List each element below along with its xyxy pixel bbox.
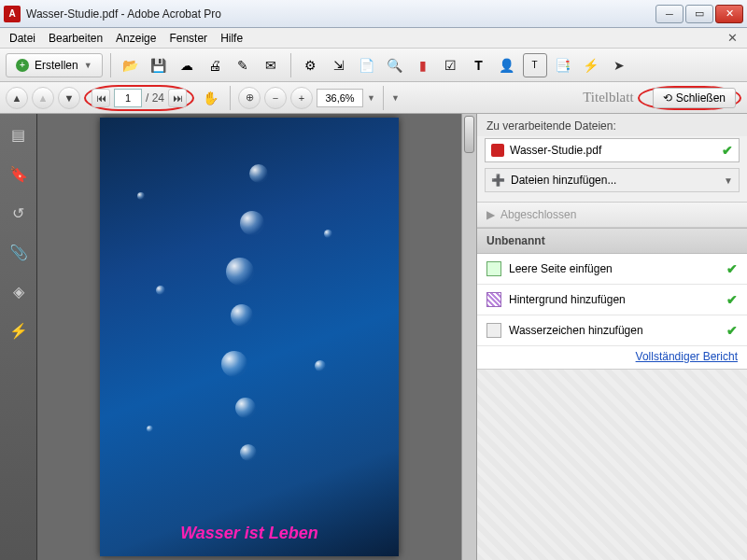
full-report-link[interactable]: Vollständiger Bericht bbox=[477, 346, 747, 370]
file-name: Wasser-Studie.pdf bbox=[510, 144, 601, 157]
tool-extract-icon[interactable]: 📑 bbox=[551, 53, 575, 77]
thumbnails-tab[interactable]: ▤ bbox=[7, 123, 30, 146]
tool-gear-icon[interactable]: ⚙ bbox=[299, 53, 323, 77]
document-viewer[interactable]: Wasser ist Leben bbox=[37, 114, 461, 560]
menu-bearbeiten[interactable]: Bearbeiten bbox=[49, 32, 103, 45]
watermark-icon bbox=[486, 323, 501, 338]
tool-page-icon[interactable]: 📄 bbox=[355, 53, 379, 77]
add-files-icon: ➕ bbox=[491, 174, 505, 187]
save-button[interactable]: 💾 bbox=[147, 53, 171, 77]
cloud-button[interactable]: ☁ bbox=[175, 53, 199, 77]
action-insert-blank-page[interactable]: Leere Seite einfügen ✔ bbox=[477, 254, 747, 285]
add-files-button[interactable]: ➕ Dateien hinzufügen... ▼ bbox=[485, 168, 740, 192]
files-section-label: Zu verarbeitende Dateien: bbox=[477, 114, 747, 136]
plus-icon: + bbox=[16, 59, 29, 72]
hand-tool-button[interactable]: ✋ bbox=[198, 86, 222, 110]
toolbar-separator bbox=[110, 53, 111, 77]
work-area: ▤ 🔖 ↺ 📎 ◈ ⚡ Wasser ist Leben Zu verarbei… bbox=[0, 114, 747, 560]
tool-text-icon[interactable]: T bbox=[467, 53, 491, 77]
blank-page-icon bbox=[486, 261, 501, 276]
signatures-tab[interactable]: ◈ bbox=[7, 280, 30, 302]
toolbar-overflow-icon[interactable]: ▼ bbox=[391, 93, 400, 103]
check-icon: ✔ bbox=[726, 261, 738, 276]
menu-hilfe[interactable]: Hilfe bbox=[220, 32, 243, 45]
open-button[interactable]: 📂 bbox=[119, 53, 143, 77]
window-title: Wasser-Studie.pdf - Adobe Acrobat Pro bbox=[26, 7, 655, 21]
nav-down-button[interactable]: ▼ bbox=[58, 87, 80, 109]
tool-action-icon[interactable]: ⚡ bbox=[579, 53, 603, 77]
menu-datei[interactable]: Datei bbox=[9, 32, 35, 45]
marquee-zoom-button[interactable]: ⊕ bbox=[238, 87, 261, 109]
action-add-watermark[interactable]: Wasserzeichen hinzufügen ✔ bbox=[477, 315, 747, 346]
menu-anzeige[interactable]: Anzeige bbox=[116, 32, 156, 45]
close-button-highlight: ⟲ Schließen bbox=[638, 86, 741, 110]
email-button[interactable]: ✉ bbox=[259, 53, 283, 77]
action-label: Hintergrund hinzufügen bbox=[509, 293, 626, 306]
background-icon bbox=[486, 292, 501, 307]
nav-back-button[interactable]: ▲ bbox=[32, 87, 54, 109]
scrollbar-thumb[interactable] bbox=[464, 116, 474, 153]
menubar-close-icon[interactable]: ✕ bbox=[727, 31, 738, 45]
status-icon: ▶ bbox=[486, 208, 495, 221]
tool-form-icon[interactable]: ☑ bbox=[439, 53, 463, 77]
left-nav-rail: ▤ 🔖 ↺ 📎 ◈ ⚡ bbox=[0, 114, 37, 560]
check-icon: ✔ bbox=[726, 323, 738, 338]
menu-fenster[interactable]: Fenster bbox=[169, 32, 207, 45]
action-label: Leere Seite einfügen bbox=[509, 262, 613, 275]
close-panel-icon: ⟲ bbox=[663, 91, 672, 105]
toolbar-separator bbox=[383, 86, 384, 110]
bookmarks-tab[interactable]: 🔖 bbox=[7, 162, 30, 185]
maximize-button[interactable]: ▭ bbox=[685, 5, 713, 23]
check-icon: ✔ bbox=[722, 143, 733, 158]
print-button[interactable]: 🖨 bbox=[203, 53, 227, 77]
vertical-scrollbar[interactable] bbox=[461, 114, 476, 560]
window-titlebar: A Wasser-Studie.pdf - Adobe Acrobat Pro … bbox=[0, 0, 747, 28]
tool-search-icon[interactable]: 🔍 bbox=[383, 53, 407, 77]
panel-empty-area bbox=[477, 370, 747, 560]
close-panel-button[interactable]: ⟲ Schließen bbox=[653, 88, 736, 108]
action-add-background[interactable]: Hintergrund hinzufügen ✔ bbox=[477, 285, 747, 315]
last-page-button[interactable]: ⏭ bbox=[168, 89, 187, 107]
tool-stamp-icon[interactable]: 👤 bbox=[495, 53, 519, 77]
action-label: Wasserzeichen hinzufügen bbox=[509, 324, 643, 337]
menubar: Datei Bearbeiten Anzeige Fenster Hilfe ✕ bbox=[0, 28, 747, 49]
page-selector-highlight: ⏮ / 24 ⏭ bbox=[84, 85, 194, 111]
window-close-button[interactable]: ✕ bbox=[715, 5, 743, 23]
tool-select-icon[interactable]: ➤ bbox=[607, 53, 631, 77]
section-header: Unbenannt bbox=[477, 228, 747, 254]
dropdown-arrow-icon: ▼ bbox=[724, 175, 733, 186]
page-nav-toolbar: ▲ ▲ ▼ ⏮ / 24 ⏭ ✋ ⊕ − + ▼ ▼ Titelblatt ⟲ … bbox=[0, 82, 747, 114]
status-label: Abgeschlossen bbox=[500, 208, 576, 221]
create-button-label: Erstellen bbox=[35, 59, 78, 72]
tool-textbox-icon[interactable]: T bbox=[523, 53, 547, 77]
tool-color-icon[interactable]: ▮ bbox=[411, 53, 435, 77]
first-page-button[interactable]: ⏮ bbox=[92, 89, 110, 107]
minimize-button[interactable]: ─ bbox=[655, 5, 684, 23]
layers-tab[interactable]: ↺ bbox=[7, 202, 30, 224]
main-toolbar: + Erstellen ▼ 📂 💾 ☁ 🖨 ✎ ✉ ⚙ ⇲ 📄 🔍 ▮ ☑ T … bbox=[0, 49, 747, 82]
add-files-label: Dateien hinzufügen... bbox=[511, 174, 616, 187]
edit-button[interactable]: ✎ bbox=[231, 53, 255, 77]
page-number-input[interactable] bbox=[114, 89, 142, 107]
zoom-out-button[interactable]: − bbox=[264, 87, 287, 109]
zoom-level-input[interactable] bbox=[317, 89, 363, 107]
toolbar-separator bbox=[290, 53, 291, 77]
pdf-page: Wasser ist Leben bbox=[100, 118, 399, 556]
status-row: ▶ Abgeschlossen bbox=[477, 202, 747, 228]
attachments-tab[interactable]: 📎 bbox=[7, 241, 30, 263]
page-total-label: / 24 bbox=[146, 91, 164, 105]
create-button[interactable]: + Erstellen ▼ bbox=[6, 53, 103, 77]
check-icon: ✔ bbox=[726, 292, 738, 307]
file-row[interactable]: Wasser-Studie.pdf ✔ bbox=[485, 138, 740, 162]
nav-up-button[interactable]: ▲ bbox=[6, 87, 28, 109]
toolbar-separator bbox=[230, 86, 231, 110]
tool-export-icon[interactable]: ⇲ bbox=[327, 53, 351, 77]
titelblatt-label: Titelblatt bbox=[583, 90, 633, 105]
pdf-file-icon bbox=[491, 144, 504, 157]
zoom-in-button[interactable]: + bbox=[290, 87, 313, 109]
zoom-dropdown-icon[interactable]: ▼ bbox=[367, 93, 375, 103]
page-caption: Wasser ist Leben bbox=[100, 524, 399, 543]
app-icon: A bbox=[4, 6, 21, 22]
tags-tab[interactable]: ⚡ bbox=[7, 319, 30, 342]
actions-panel: Zu verarbeitende Dateien: Wasser-Studie.… bbox=[476, 114, 747, 560]
